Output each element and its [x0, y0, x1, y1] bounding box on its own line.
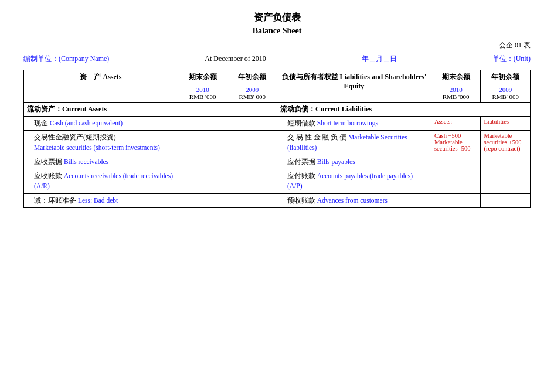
table-row: 现金 Cash (and cash equivalent) 短期借款 Short…: [24, 117, 531, 131]
col-period-header: 期末余额: [178, 70, 227, 84]
period-cell-3: [178, 155, 227, 169]
col-liabilities-header: 负债与所有者权益 Liabilities and Shareholders' E…: [277, 70, 431, 103]
current-assets-header: 流动资产：Current Assets: [24, 103, 277, 117]
period-cell-2: [178, 131, 227, 155]
period2-cell-3: [431, 155, 481, 169]
current-liabilities-header: 流动负债：Current Liabilities: [277, 103, 530, 117]
assets-cell-2: 交易性金融资产(短期投资) Marketable securities (sho…: [24, 131, 178, 155]
table-header-main: 资 产 Assets 期末余额 年初余额 负债与所有者权益 Liabilitie…: [24, 70, 531, 84]
liabilities-cell-5: 预收账款 Advances from customers: [277, 193, 431, 207]
page-title-en: Balance Sheet: [23, 26, 531, 36]
year2-cell-5: [481, 193, 531, 207]
year2-cell-3: [481, 155, 531, 169]
table-row: 应收票据 Bills receivables 应付票据 Bills payabl…: [24, 155, 531, 169]
liabilities-cell-3: 应付票据 Bills payables: [277, 155, 431, 169]
year-cell-2: [227, 131, 277, 155]
section-header-row: 流动资产：Current Assets 流动负债：Current Liabili…: [24, 103, 531, 117]
year2-cell-4: [481, 169, 531, 194]
year-cell-4: [227, 169, 277, 194]
col-period2-sub: 2010 RMB '000: [431, 84, 481, 103]
period-cell-5: [178, 193, 227, 207]
col-year2-sub: 2009 RMB' 000: [481, 84, 531, 103]
period2-cell-2: Cash +500 Marketable securities -500: [431, 131, 481, 155]
col-period-sub: 2010 RMB '000: [178, 84, 227, 103]
balance-sheet-table: 资 产 Assets 期末余额 年初余额 负债与所有者权益 Liabilitie…: [23, 70, 531, 208]
period2-cell-1: Assets:: [431, 117, 481, 131]
period-cell-1: [178, 117, 227, 131]
year-cell-3: [227, 155, 277, 169]
table-row: 交易性金融资产(短期投资) Marketable securities (sho…: [24, 131, 531, 155]
col-year-header: 年初余额: [227, 70, 277, 84]
col-year-sub: 2009 RMB' 000: [227, 84, 277, 103]
year2-cell-1: Liabilities: [481, 117, 531, 131]
unit-label: 单位：(Unit): [492, 54, 531, 64]
col-year2-header: 年初余额: [481, 70, 531, 84]
assets-cell-3: 应收票据 Bills receivables: [24, 155, 178, 169]
company-name: 编制单位：(Company Name): [23, 54, 109, 64]
liabilities-cell-4: 应付账款 Accounts payables (trade payables) …: [277, 169, 431, 194]
liabilities-cell-1: 短期借款 Short term borrowings: [277, 117, 431, 131]
period2-cell-4: [431, 169, 481, 194]
liabilities-cell-2: 交 易 性 金 融 负 债 Marketable Securities (lia…: [277, 131, 431, 155]
period-cell-4: [178, 169, 227, 194]
date-en: At December of 2010: [205, 54, 266, 63]
assets-cell-1: 现金 Cash (and cash equivalent): [24, 117, 178, 131]
year-cell-5: [227, 193, 277, 207]
form-number: 会企 01 表: [23, 40, 531, 50]
col-assets-header: 资 产 Assets: [24, 70, 178, 103]
table-row: 应收账款 Accounts receivables (trade receiva…: [24, 169, 531, 194]
page-title-cn: 资产负债表: [23, 12, 531, 24]
assets-cell-5: 减：坏账准备 Less: Bad debt: [24, 193, 178, 207]
table-row: 减：坏账准备 Less: Bad debt 预收账款 Advances from…: [24, 193, 531, 207]
period2-cell-5: [431, 193, 481, 207]
date-cn: 年＿月＿日: [362, 54, 397, 64]
assets-cell-4: 应收账款 Accounts receivables (trade receiva…: [24, 169, 178, 194]
year-cell-1: [227, 117, 277, 131]
year2-cell-2: Marketable securities +500 (repo contrac…: [481, 131, 531, 155]
col-period2-header: 期末余额: [431, 70, 481, 84]
